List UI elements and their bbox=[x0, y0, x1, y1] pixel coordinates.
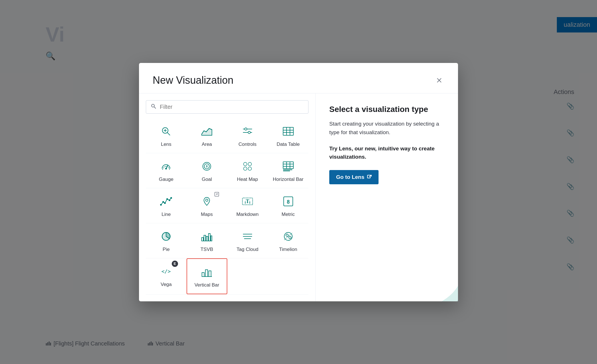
svg-point-47 bbox=[171, 197, 172, 199]
viz-item-lens[interactable]: Lens bbox=[146, 118, 187, 153]
filter-input[interactable] bbox=[160, 104, 304, 110]
tsvb-icon bbox=[199, 229, 214, 244]
goal-label: Goal bbox=[202, 177, 212, 182]
horizontal-bar-icon bbox=[281, 159, 296, 174]
vertical-bar-label: Vertical Bar bbox=[195, 282, 219, 288]
svg-rect-63 bbox=[211, 236, 212, 241]
svg-point-43 bbox=[163, 201, 164, 203]
goal-icon: 8 bbox=[199, 159, 214, 174]
grid-row-4: </> E Vega bbox=[146, 258, 308, 295]
viz-item-maps[interactable]: Maps bbox=[187, 188, 227, 223]
metric-label: Metric bbox=[281, 212, 295, 217]
viz-item-empty-2 bbox=[268, 258, 308, 294]
svg-rect-75 bbox=[209, 271, 211, 277]
data-table-label: Data Table bbox=[277, 142, 300, 147]
gauge-label: Gauge bbox=[159, 177, 173, 182]
viz-item-timelion[interactable]: Timelion bbox=[268, 223, 308, 258]
svg-line-13 bbox=[167, 132, 170, 135]
pie-icon bbox=[159, 229, 173, 244]
svg-point-42 bbox=[160, 204, 161, 205]
viz-item-data-table[interactable]: Data Table bbox=[268, 118, 308, 153]
viz-item-empty-1 bbox=[227, 258, 268, 294]
lens-icon bbox=[159, 124, 173, 139]
close-button[interactable] bbox=[434, 75, 444, 85]
metric-icon: 8 bbox=[281, 194, 296, 209]
right-panel-emphasis: Try Lens, our new, intuitive way to crea… bbox=[329, 145, 444, 161]
right-panel-description: Start creating your visualization by sel… bbox=[329, 120, 444, 137]
svg-point-45 bbox=[167, 199, 168, 200]
tag-cloud-label: Tag Cloud bbox=[237, 247, 259, 252]
new-visualization-modal: New Visualization bbox=[139, 63, 458, 301]
tag-cloud-icon bbox=[240, 229, 255, 244]
right-panel-title: Select a visualization type bbox=[329, 105, 444, 114]
viz-item-area[interactable]: Area bbox=[187, 118, 227, 153]
viz-item-vertical-bar[interactable]: Vertical Bar bbox=[187, 258, 227, 294]
viz-item-goal[interactable]: 8 Goal bbox=[187, 153, 227, 188]
svg-point-33 bbox=[244, 167, 247, 170]
lens-label: Lens bbox=[161, 142, 171, 147]
svg-point-20 bbox=[248, 131, 250, 134]
line-label: Line bbox=[161, 212, 171, 217]
svg-point-69 bbox=[286, 234, 288, 236]
svg-text:8: 8 bbox=[206, 165, 208, 168]
go-to-lens-label: Go to Lens bbox=[336, 174, 364, 180]
grid-row-0: Lens Area bbox=[146, 118, 308, 153]
pie-label: Pie bbox=[163, 247, 170, 252]
svg-point-31 bbox=[244, 162, 247, 166]
viz-item-gauge[interactable]: Gauge bbox=[146, 153, 187, 188]
right-panel: Select a visualization type Start creati… bbox=[316, 93, 458, 301]
svg-point-32 bbox=[248, 162, 252, 166]
tsvb-label: TSVB bbox=[201, 247, 213, 252]
markdown-label: Markdown bbox=[236, 212, 259, 217]
svg-point-48 bbox=[206, 199, 208, 201]
svg-point-68 bbox=[284, 232, 292, 240]
decorative-shapes bbox=[378, 216, 458, 301]
svg-point-44 bbox=[164, 203, 165, 204]
horizontal-bar-label: Horizontal Bar bbox=[273, 177, 304, 182]
viz-item-metric[interactable]: 8 Metric bbox=[268, 188, 308, 223]
vega-badge: E bbox=[172, 261, 178, 267]
viz-item-markdown[interactable]: T Markdown bbox=[227, 188, 268, 223]
svg-marker-16 bbox=[202, 128, 212, 135]
vertical-bar-icon bbox=[199, 265, 214, 279]
svg-point-27 bbox=[165, 168, 167, 169]
modal-header: New Visualization bbox=[139, 63, 458, 93]
heat-map-label: Heat Map bbox=[237, 177, 258, 182]
svg-rect-74 bbox=[205, 270, 208, 277]
markdown-icon: T bbox=[240, 194, 255, 209]
svg-point-70 bbox=[289, 236, 291, 239]
gauge-icon bbox=[159, 159, 173, 174]
svg-line-11 bbox=[154, 107, 156, 109]
svg-rect-21 bbox=[283, 127, 293, 135]
viz-item-line[interactable]: Line bbox=[146, 188, 187, 223]
svg-text:T: T bbox=[246, 199, 249, 204]
svg-point-46 bbox=[169, 200, 170, 201]
svg-line-71 bbox=[284, 233, 292, 240]
viz-item-heat-map[interactable]: Heat Map bbox=[227, 153, 268, 188]
grid-row-2: Line bbox=[146, 188, 308, 223]
maps-icon bbox=[199, 194, 214, 209]
svg-point-34 bbox=[248, 167, 252, 170]
svg-rect-62 bbox=[208, 234, 210, 241]
modal-body: Lens Area bbox=[139, 93, 458, 301]
area-label: Area bbox=[202, 142, 212, 147]
area-icon bbox=[199, 124, 214, 139]
grid-row-3: Pie bbox=[146, 223, 308, 258]
viz-item-tsvb[interactable]: TSVB bbox=[187, 223, 227, 258]
go-to-lens-button[interactable]: Go to Lens bbox=[329, 170, 379, 184]
viz-item-horizontal-bar[interactable]: Horizontal Bar bbox=[268, 153, 308, 188]
modal-overlay[interactable]: New Visualization bbox=[0, 0, 597, 364]
viz-item-vega[interactable]: </> E Vega bbox=[146, 258, 187, 294]
timelion-icon bbox=[281, 229, 296, 244]
svg-rect-61 bbox=[206, 236, 208, 241]
viz-item-tag-cloud[interactable]: Tag Cloud bbox=[227, 223, 268, 258]
controls-label: Controls bbox=[238, 142, 256, 147]
viz-item-pie[interactable]: Pie bbox=[146, 223, 187, 258]
vega-label: Vega bbox=[161, 282, 172, 287]
data-table-icon bbox=[281, 124, 296, 139]
maps-ext-badge bbox=[214, 192, 219, 198]
svg-rect-60 bbox=[204, 235, 206, 241]
viz-item-controls[interactable]: Controls bbox=[227, 118, 268, 153]
svg-rect-59 bbox=[202, 238, 203, 241]
search-box[interactable] bbox=[146, 100, 308, 114]
